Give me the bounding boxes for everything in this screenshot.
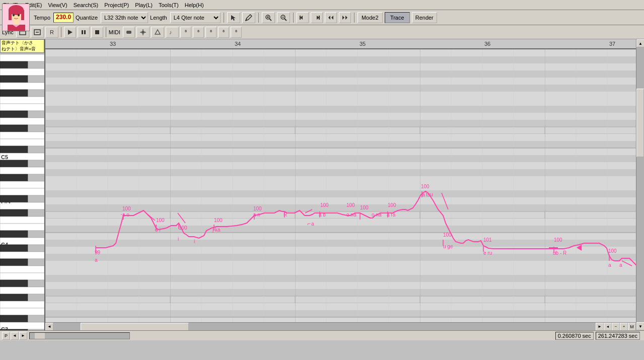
svg-rect-58 xyxy=(0,139,44,146)
svg-rect-47 xyxy=(0,83,44,90)
hscroll-extra1[interactable]: ◄ xyxy=(604,323,612,331)
grid-canvas xyxy=(45,49,196,125)
hscroll-thumb[interactable] xyxy=(81,323,189,331)
bottom-scroll-next[interactable]: ► xyxy=(19,332,27,340)
svg-text:a: a xyxy=(311,221,314,227)
svg-rect-92 xyxy=(0,308,44,315)
tempo-value[interactable]: 230.0 xyxy=(53,13,74,23)
svg-rect-54 xyxy=(0,118,44,125)
svg-rect-84 xyxy=(0,266,44,273)
trace-btn[interactable]: Trace xyxy=(385,12,410,23)
svg-rect-21 xyxy=(319,16,320,20)
svg-rect-75 xyxy=(0,224,44,231)
svg-rect-53 xyxy=(0,111,28,118)
num-btn3[interactable]: ⁸ xyxy=(205,27,217,38)
svg-text:100: 100 xyxy=(421,184,430,189)
zoom-out-btn[interactable] xyxy=(277,12,290,23)
svg-rect-63 xyxy=(0,160,28,167)
svg-text:a: a xyxy=(619,262,622,268)
midi-btn1[interactable] xyxy=(123,27,135,38)
svg-text:R: R xyxy=(50,29,54,35)
f4-label: F#4 xyxy=(1,198,42,204)
midi-btn3[interactable] xyxy=(151,27,164,38)
hscroll-track[interactable] xyxy=(53,323,596,331)
bottom-scroll-p[interactable]: P xyxy=(2,332,10,340)
track-info: 音声テト〈かさ ねテト〉音声=音 xyxy=(0,39,44,53)
piano-roll-grid[interactable]: 99 100 100 100 100 100 100 100 100 100 1… xyxy=(45,49,636,322)
m-btn[interactable]: M xyxy=(628,323,636,331)
vscroll-down-btn[interactable]: ▼ xyxy=(636,322,644,330)
svg-text:i: i xyxy=(178,236,179,242)
vscroll-up-btn[interactable]: ▲ xyxy=(636,39,644,47)
svg-rect-57 xyxy=(0,132,44,139)
hscroll-minus-btn[interactable]: − xyxy=(612,323,620,331)
svg-rect-7 xyxy=(14,21,19,25)
menu-search[interactable]: Search(S) xyxy=(70,1,102,9)
next-btn[interactable] xyxy=(339,12,351,23)
svg-text:101: 101 xyxy=(483,237,492,243)
bottom-scroll-track[interactable] xyxy=(29,332,130,339)
svg-text:e ru: e ru xyxy=(483,250,492,256)
quantize-label: Quantize xyxy=(76,15,98,21)
go-end-btn[interactable] xyxy=(311,12,323,23)
draw-tool-btn[interactable] xyxy=(242,12,255,23)
menu-view[interactable]: View(V) xyxy=(45,1,70,9)
hscroll-plus-btn[interactable]: + xyxy=(620,323,628,331)
quantize-select[interactable]: L32 32th note L16 16th note L8 8th note … xyxy=(101,12,148,23)
menu-tools[interactable]: Tools(T) xyxy=(156,1,182,9)
svg-rect-77 xyxy=(0,231,28,238)
lyric-btn2[interactable] xyxy=(31,27,44,38)
svg-marker-186 xyxy=(577,245,582,251)
svg-text:100: 100 xyxy=(179,225,187,231)
svg-line-14 xyxy=(269,19,271,21)
play-btn[interactable] xyxy=(64,27,76,38)
hscroll-left-btn[interactable]: ◄ xyxy=(45,323,53,331)
render-btn[interactable]: Render xyxy=(412,12,437,23)
c3-label: C3 xyxy=(1,326,42,330)
prev-btn[interactable] xyxy=(325,12,337,23)
svg-text:100: 100 xyxy=(360,205,369,210)
svg-text:⌐: ⌐ xyxy=(307,220,311,227)
svg-rect-67 xyxy=(0,181,44,188)
svg-marker-25 xyxy=(342,16,344,20)
midi-btn2[interactable] xyxy=(136,27,150,38)
svg-rect-64 xyxy=(0,167,44,174)
mode2-btn[interactable]: Mode2 xyxy=(357,12,383,23)
svg-text:100: 100 xyxy=(388,202,396,208)
stop-btn[interactable] xyxy=(91,27,103,38)
num-btn4[interactable]: ⁸ xyxy=(218,27,229,38)
zoom-in-btn[interactable] xyxy=(262,12,275,23)
sep1 xyxy=(224,13,224,23)
go-start-btn[interactable] xyxy=(297,12,309,23)
measure-37: 37 xyxy=(609,41,615,47)
bottom-scroll-prev[interactable]: ◄ xyxy=(11,332,19,340)
vertical-scrollbar[interactable]: ▲ ▼ xyxy=(636,39,644,330)
menu-help[interactable]: Help(H) xyxy=(182,1,207,9)
svg-text:a: a xyxy=(608,262,611,268)
svg-text:a o: a o xyxy=(122,212,129,218)
bottom-scroll-thumb[interactable] xyxy=(35,333,45,339)
piano-keys: 音声テト〈かさ ねテト〉音声=音 230.00 // Will be done … xyxy=(0,39,45,330)
select-tool-btn[interactable] xyxy=(227,12,240,23)
midi-btn4[interactable]: ♪ xyxy=(166,27,179,38)
num-btn1[interactable]: ⁸ xyxy=(180,27,191,38)
menu-project[interactable]: Project(P) xyxy=(101,1,132,9)
vscroll-thumb[interactable] xyxy=(636,89,644,158)
length-select[interactable]: L4 Qter note L8 8th note L16 16th note xyxy=(170,12,221,23)
svg-rect-90 xyxy=(0,294,28,301)
pause-btn[interactable] xyxy=(78,27,90,38)
num-btn5[interactable]: ⁸ xyxy=(231,27,242,38)
lyric-btn3[interactable]: R xyxy=(45,27,58,38)
svg-rect-43 xyxy=(0,61,28,68)
svg-rect-51 xyxy=(0,104,44,111)
menu-play[interactable]: Play(L) xyxy=(132,1,156,9)
horizontal-scrollbar[interactable]: ◄ ► ◄ − + M xyxy=(45,322,636,330)
svg-marker-22 xyxy=(328,16,330,20)
vscroll-track[interactable] xyxy=(636,47,644,322)
num-btn2[interactable]: ⁸ xyxy=(193,27,204,38)
svg-text:a: a xyxy=(95,257,98,263)
svg-rect-66 xyxy=(0,174,28,181)
hscroll-right-btn[interactable]: ► xyxy=(596,323,604,331)
svg-rect-87 xyxy=(0,280,28,287)
svg-line-143 xyxy=(178,213,185,223)
